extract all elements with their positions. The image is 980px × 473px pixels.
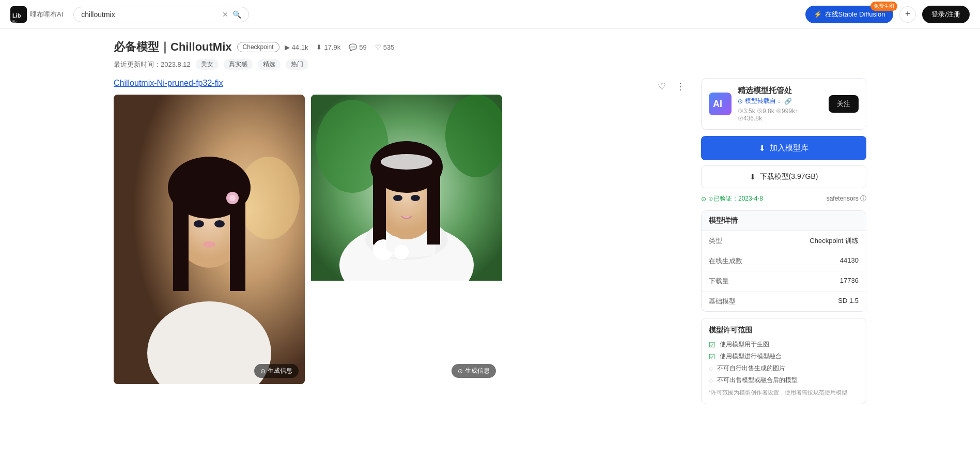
clear-icon[interactable]: ✕ [222, 10, 228, 19]
license-text-3: 不可自行出售生成的图片 [717, 364, 785, 373]
sd-button-label: 在线Stable Diffusion [825, 10, 885, 19]
search-bar: ✕ 🔍 [73, 7, 249, 22]
sd-badge: 免费生图 [870, 2, 897, 11]
svg-point-13 [214, 220, 225, 227]
download-icon: ⬇ [750, 173, 756, 181]
search-input[interactable] [81, 10, 218, 19]
stat-plays: ▶ 44.1k [285, 43, 308, 51]
license-item-3: ○ 不可自行出售生成的图片 [709, 364, 859, 373]
tag-beauty[interactable]: 美女 [196, 59, 219, 70]
header-right: ⚡ 在线Stable Diffusion 免费生图 + 登录/注册 [805, 6, 970, 23]
model-title: 必备模型｜ChilloutMix [114, 39, 232, 55]
license-text-1: 使用模型用于生图 [720, 340, 769, 349]
svg-point-12 [194, 220, 204, 227]
sd-button[interactable]: ⚡ 在线Stable Diffusion 免费生图 [805, 6, 894, 23]
secondary-gen-info-icon: ⊙ [458, 368, 463, 375]
svg-text:AI: AI [713, 99, 722, 109]
images-grid: ⊙ 生成信息 [114, 95, 689, 384]
stat-comments: 💬 59 [349, 43, 366, 51]
title-actions: ♡ ⋮ [654, 78, 689, 95]
svg-point-24 [381, 154, 432, 170]
verify-check-icon: ⊙ [701, 195, 706, 203]
circle-icon-2: ○ [709, 376, 713, 385]
format-label: safetensors ⓘ [827, 194, 866, 203]
author-link-icon[interactable]: 🔗 [784, 98, 792, 105]
search-icon[interactable]: 🔍 [232, 10, 241, 19]
download-button[interactable]: ⬇ 下载模型(3.97GB) [701, 165, 866, 188]
author-avatar-svg: AI [709, 93, 732, 115]
svg-point-11 [229, 195, 236, 201]
images-section: Chilloutmix-Ni-pruned-fp32-fix ♡ ⋮ [114, 78, 689, 404]
primary-image [114, 95, 305, 384]
plus-button[interactable]: + [899, 6, 916, 23]
follow-button[interactable]: 关注 [829, 95, 859, 113]
login-button[interactable]: 登录/注册 [922, 6, 970, 23]
primary-gen-info-button[interactable]: ⊙ 生成信息 [254, 364, 299, 378]
circle-icon-1: ○ [709, 364, 713, 373]
add-to-library-button[interactable]: ⬇ 加入模型库 [701, 136, 866, 160]
content-area: Chilloutmix-Ni-pruned-fp32-fix ♡ ⋮ [114, 78, 866, 404]
downloads-count: 17.9k [324, 43, 340, 51]
model-meta: 最近更新时间：2023.8.12 美女 真实感 精选 热门 [114, 59, 866, 70]
tag-hot[interactable]: 热门 [286, 59, 308, 70]
detail-row-type: 类型 Checkpoint 训练 [702, 231, 866, 251]
verify-row: ⊙ ⊙已验证：2023-4-8 safetensors ⓘ [701, 194, 866, 203]
logo-icon: Lib lib [10, 6, 27, 23]
favorite-button[interactable]: ♡ [654, 78, 670, 95]
secondary-image-svg [311, 95, 502, 281]
heart-icon: ♡ [375, 43, 381, 51]
license-item-2: ☑ 使用模型进行模型融合 [709, 352, 859, 361]
download-stat-icon: ⬇ [316, 43, 322, 51]
detail-label-downloads: 下载量 [709, 277, 729, 286]
tag-realistic[interactable]: 真实感 [224, 59, 253, 70]
detail-label-online: 在线生成数 [709, 256, 742, 266]
checkpoint-badge: Checkpoint [237, 42, 279, 52]
svg-point-29 [394, 245, 409, 260]
model-header: 必备模型｜ChilloutMix Checkpoint ▶ 44.1k ⬇ 17… [114, 39, 866, 55]
tag-selected[interactable]: 精选 [258, 59, 281, 70]
library-icon: ⬇ [759, 144, 766, 153]
gen-info-label: 生成信息 [268, 367, 292, 375]
details-section: 模型详情 类型 Checkpoint 训练 在线生成数 44130 下载量 17… [701, 210, 866, 312]
author-name: 精选模型托管处 [738, 86, 822, 96]
add-library-label: 加入模型库 [770, 143, 808, 153]
sidebar: AI 精选模型托管处 ⊙ 模型转载自： 🔗 ③3.5k ⑤9.8k ⑥999k+… [701, 78, 866, 404]
svg-rect-23 [427, 167, 440, 245]
secondary-gen-info-label: 生成信息 [465, 367, 490, 375]
header: Lib lib 哩布哩布AI ✕ 🔍 ⚡ 在线Stable Diffusion … [0, 0, 980, 29]
gen-info-icon: ⊙ [260, 368, 266, 375]
detail-row-base: 基础模型 SD 1.5 [702, 292, 866, 311]
author-stats: ③3.5k ⑤9.8k ⑥999k+ ⑦436.8k [738, 108, 822, 122]
update-date: 最近更新时间：2023.8.12 [114, 60, 191, 69]
verified-icon: ⊙ [738, 98, 743, 105]
play-icon: ▶ [285, 43, 290, 51]
sd-icon: ⚡ [814, 10, 822, 18]
model-header-section: 必备模型｜ChilloutMix Checkpoint ▶ 44.1k ⬇ 17… [114, 39, 866, 70]
version-link[interactable]: Chilloutmix-Ni-pruned-fp32-fix [114, 79, 223, 88]
model-stats: ▶ 44.1k ⬇ 17.9k 💬 59 ♡ 535 [285, 43, 395, 51]
svg-point-25 [393, 195, 402, 201]
logo-text: 哩布哩布AI [30, 10, 63, 19]
license-section: 模型许可范围 ☑ 使用模型用于生图 ☑ 使用模型进行模型融合 ○ 不可自行出售生… [701, 318, 866, 404]
title-row: Chilloutmix-Ni-pruned-fp32-fix ♡ ⋮ [114, 78, 689, 95]
detail-value-online: 44130 [840, 256, 859, 266]
license-item-4: ○ 不可出售模型或融合后的模型 [709, 376, 859, 385]
svg-rect-22 [373, 167, 386, 245]
stat-downloads: ⬇ 17.9k [316, 43, 340, 51]
detail-value-type: Checkpoint 训练 [810, 236, 859, 246]
verify-date: ⊙已验证：2023-4-8 [708, 194, 763, 203]
svg-point-14 [203, 241, 215, 248]
detail-row-downloads: 下载量 17736 [702, 271, 866, 292]
detail-row-online: 在线生成数 44130 [702, 251, 866, 271]
detail-label-type: 类型 [709, 236, 722, 246]
check-icon-2: ☑ [709, 353, 715, 361]
secondary-gen-info-button[interactable]: ⊙ 生成信息 [452, 364, 496, 378]
logo[interactable]: Lib lib 哩布哩布AI [10, 6, 63, 23]
comments-count: 59 [359, 43, 366, 51]
more-button[interactable]: ⋮ [672, 78, 689, 95]
primary-image-card[interactable]: ⊙ 生成信息 [114, 95, 305, 384]
svg-text:Lib: Lib [12, 12, 21, 19]
license-item-1: ☑ 使用模型用于生图 [709, 340, 859, 349]
verify-badge: ⊙ ⊙已验证：2023-4-8 [701, 194, 763, 203]
secondary-image-card[interactable]: ⊙ 生成信息 [311, 95, 502, 384]
